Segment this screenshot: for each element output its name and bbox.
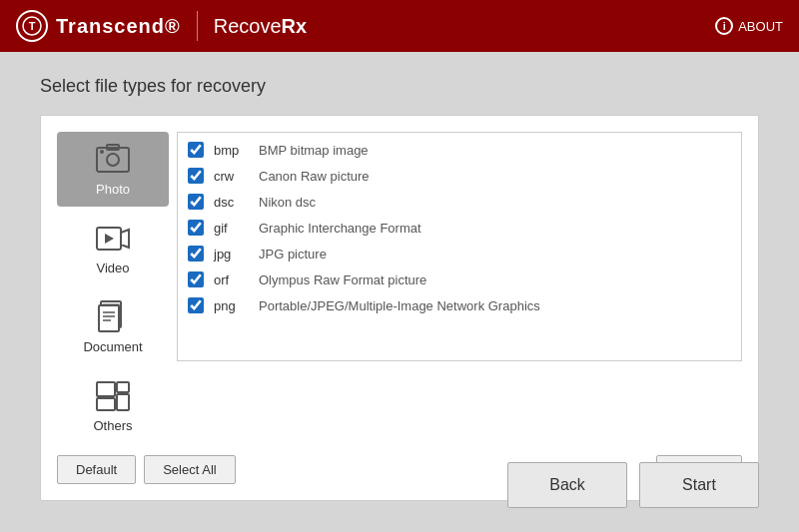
bottom-nav: Back Start xyxy=(507,462,759,508)
svg-rect-21 xyxy=(117,394,129,410)
filetype-list-container[interactable]: bmpBMP bitmap imagecrwCanon Raw pictured… xyxy=(177,132,742,361)
category-label-others: Others xyxy=(93,418,132,433)
back-button[interactable]: Back xyxy=(507,462,627,508)
filetype-checkbox-png[interactable] xyxy=(188,297,204,313)
svg-marker-8 xyxy=(105,234,114,244)
category-item-document[interactable]: Document xyxy=(57,289,169,364)
file-type-panel: Photo Video xyxy=(40,115,759,501)
filetype-ext: orf xyxy=(214,272,249,287)
main-content: Select file types for recovery Photo xyxy=(0,52,799,525)
category-item-video[interactable]: Video xyxy=(57,211,169,285)
filetype-row: pngPortable/JPEG/Multiple-Image Network … xyxy=(178,292,741,318)
category-list: Photo Video xyxy=(57,132,177,443)
svg-rect-19 xyxy=(97,398,115,410)
filetype-ext: jpg xyxy=(214,247,249,262)
category-label-document: Document xyxy=(83,339,142,354)
filetype-checkbox-jpg[interactable] xyxy=(188,246,204,262)
document-icon xyxy=(95,299,131,335)
logo: T Transcend® xyxy=(16,10,181,42)
app-name: RecoveRx xyxy=(214,15,307,38)
filetype-ext: dsc xyxy=(214,195,249,210)
filetype-row: jpgJPG picture xyxy=(178,241,741,266)
header: T Transcend® RecoveRx i ABOUT xyxy=(0,0,799,52)
svg-rect-14 xyxy=(99,305,119,331)
filetype-ext: bmp xyxy=(214,143,249,158)
category-item-photo[interactable]: Photo xyxy=(57,132,169,207)
video-icon xyxy=(95,221,131,257)
filetype-row: dscNikon dsc xyxy=(178,189,741,215)
filetype-row: gifGraphic Interchange Format xyxy=(178,215,741,241)
filetype-checkbox-crw[interactable] xyxy=(188,168,204,184)
svg-point-5 xyxy=(100,150,104,154)
filetype-checkbox-dsc[interactable] xyxy=(188,194,204,210)
start-button[interactable]: Start xyxy=(639,462,759,508)
default-button[interactable]: Default xyxy=(57,455,136,484)
svg-point-3 xyxy=(107,154,119,166)
filetype-ext: gif xyxy=(214,221,249,236)
filetype-desc: Olympus Raw Format picture xyxy=(259,272,426,287)
filetype-ext: crw xyxy=(214,169,249,184)
filetype-ext: png xyxy=(214,298,249,313)
filetype-checkbox-bmp[interactable] xyxy=(188,142,204,158)
filetype-row: bmpBMP bitmap image xyxy=(178,137,741,163)
filetype-row: crwCanon Raw picture xyxy=(178,163,741,189)
filetype-row: orfOlympus Raw Format picture xyxy=(178,266,741,292)
filetype-list: bmpBMP bitmap imagecrwCanon Raw pictured… xyxy=(178,133,741,322)
about-icon: i xyxy=(715,17,733,35)
logo-circle: T xyxy=(16,10,48,42)
filetype-desc: BMP bitmap image xyxy=(259,143,369,158)
filetype-desc: Canon Raw picture xyxy=(259,169,370,184)
header-divider xyxy=(197,11,198,41)
about-button[interactable]: i ABOUT xyxy=(715,17,783,35)
svg-text:T: T xyxy=(29,20,36,32)
page-title: Select file types for recovery xyxy=(40,76,759,97)
select-all-button[interactable]: Select All xyxy=(144,455,235,484)
brand-name: Transcend® xyxy=(56,15,181,38)
photo-icon xyxy=(95,142,131,178)
filetype-checkbox-gif[interactable] xyxy=(188,220,204,236)
filetype-desc: Graphic Interchange Format xyxy=(259,221,421,236)
filetype-desc: Portable/JPEG/Multiple-Image Network Gra… xyxy=(259,298,540,313)
filetype-checkbox-orf[interactable] xyxy=(188,271,204,287)
filetype-desc: Nikon dsc xyxy=(259,195,316,210)
svg-marker-7 xyxy=(121,230,129,248)
others-icon xyxy=(95,378,131,414)
category-label-video: Video xyxy=(96,261,129,275)
filetype-desc: JPG picture xyxy=(259,247,327,262)
svg-rect-18 xyxy=(97,382,115,396)
category-item-others[interactable]: Others xyxy=(57,368,169,443)
category-label-photo: Photo xyxy=(96,182,130,197)
svg-rect-20 xyxy=(117,382,129,392)
